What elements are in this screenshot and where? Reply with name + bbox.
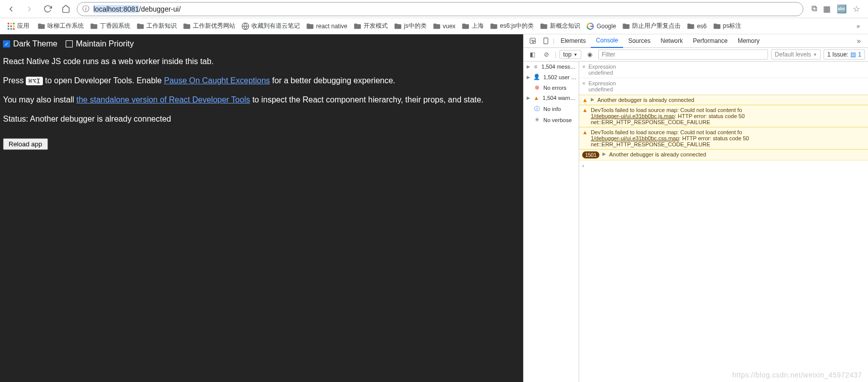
warning-icon: ▲: [582, 97, 588, 103]
console-warning-row: 1501 ▶ Another debugger is already conne…: [579, 149, 868, 160]
sidebar-errors[interactable]: ▶⊗No errors: [524, 82, 579, 93]
svg-point-3: [8, 25, 10, 27]
console-toolbar: ◧ ⊘ | top▼ ◉ Filter Default levels▼ 1 Is…: [524, 48, 868, 62]
live-expression-row: × Expressionundefined: [579, 78, 868, 95]
bookmarks-overflow[interactable]: »: [852, 23, 864, 30]
apps-icon: [7, 22, 15, 30]
devtools-tab-memory[interactable]: Memory: [733, 34, 764, 48]
bookmark-item[interactable]: es6: [684, 20, 709, 32]
url-text: localhost:8081/debugger-ui/: [93, 5, 181, 13]
svg-point-5: [13, 25, 15, 27]
close-icon[interactable]: ×: [582, 64, 585, 76]
svg-point-8: [13, 28, 15, 30]
checkbox-checked-icon: ✓: [3, 40, 10, 47]
tabs-overflow-icon[interactable]: »: [853, 37, 865, 45]
device-icon[interactable]: ⧉: [811, 4, 817, 14]
main-area: ✓Dark Theme Maintain Priority React Nati…: [0, 34, 868, 382]
svg-point-6: [8, 28, 10, 30]
devtools-tab-console[interactable]: Console: [591, 34, 623, 48]
bookmark-item[interactable]: 收藏到有道云笔记: [238, 20, 303, 32]
bookmark-item[interactable]: 防止用户重复点击: [619, 20, 684, 32]
devtools-tabs: | ElementsConsoleSourcesNetworkPerforman…: [524, 34, 868, 48]
console-output: × Expressionundefined × Expressionundefi…: [579, 62, 868, 382]
error-icon: ⊗: [533, 84, 540, 91]
messages-icon: ≡: [533, 64, 538, 70]
forward-button[interactable]: [22, 2, 36, 16]
checkbox-unchecked-icon: [66, 40, 73, 47]
close-icon[interactable]: ×: [582, 80, 585, 92]
bookmark-item[interactable]: vuex: [430, 20, 458, 32]
log-levels-selector[interactable]: Default levels▼: [771, 49, 821, 60]
svg-point-2: [13, 22, 15, 24]
bookmark-item[interactable]: js中的类: [391, 20, 430, 32]
standalone-devtools-link[interactable]: the standalone version of React Develope…: [76, 95, 250, 104]
user-icon: 👤: [533, 74, 540, 80]
apps-shortcut[interactable]: 应用: [4, 20, 32, 32]
options-row: ✓Dark Theme Maintain Priority: [3, 39, 520, 48]
devtools-tab-network[interactable]: Network: [655, 34, 688, 48]
bookmark-item[interactable]: es6:js中的类: [487, 20, 537, 32]
warning-icon: ▲: [582, 129, 588, 135]
bookmark-item[interactable]: 丁香园系统: [87, 20, 133, 32]
svg-rect-12: [544, 38, 548, 44]
devtools-tab-elements[interactable]: Elements: [555, 34, 591, 48]
sourcemap-link[interactable]: 1/debugger-ui/ui.e31bb0bc.js.map: [591, 113, 675, 119]
bookmark-item[interactable]: react native: [303, 20, 350, 32]
sidebar-toggle-icon[interactable]: ◧: [527, 51, 538, 58]
bookmark-item[interactable]: 咏柳工作系统: [34, 20, 87, 32]
dark-theme-toggle[interactable]: ✓Dark Theme: [3, 39, 58, 48]
issues-badge[interactable]: 1 Issue:▤1: [824, 49, 865, 60]
bookmark-item[interactable]: 新概念知识: [537, 20, 583, 32]
svg-point-4: [10, 25, 12, 27]
star-icon[interactable]: ☆: [853, 4, 860, 14]
info-line-2: Press ⌘⌥I to open Developer Tools. Enabl…: [3, 75, 520, 87]
context-selector[interactable]: top▼: [559, 50, 581, 59]
console-warning-row: ▲ ▶ Another debugger is already connecte…: [579, 95, 868, 105]
bookmark-item[interactable]: Google: [583, 20, 619, 32]
bookmark-item[interactable]: 开发模式: [350, 20, 391, 32]
sidebar-user[interactable]: ▶👤1,502 user …: [524, 72, 579, 82]
info-icon: ⓘ: [533, 105, 540, 113]
console-warning-row: ▲ DevTools failed to load source map: Co…: [579, 105, 868, 127]
live-expression-row: × Expressionundefined: [579, 62, 868, 78]
reload-button[interactable]: [40, 2, 55, 16]
sourcemap-link[interactable]: 1/debugger-ui/ui.e31bb0bc.css.map: [591, 135, 679, 141]
sidebar-warnings[interactable]: ▶▲1,504 warn…: [524, 93, 579, 103]
keyboard-shortcut: ⌘⌥I: [26, 77, 42, 85]
device-toggle-icon[interactable]: [540, 37, 552, 44]
maintain-priority-toggle[interactable]: Maintain Priority: [66, 39, 134, 48]
bookmark-item[interactable]: 上海: [458, 20, 487, 32]
status-line: Status: Another debugger is already conn…: [3, 113, 520, 125]
sidebar-messages[interactable]: ▶≡1,504 mess…: [524, 62, 579, 72]
browser-toolbar: ⓘ localhost:8081/debugger-ui/ ⧉ ▦ 🔤 ☆: [0, 0, 868, 18]
devtools-tab-performance[interactable]: Performance: [688, 34, 733, 48]
console-filter-input[interactable]: Filter: [598, 49, 769, 60]
home-button[interactable]: [59, 2, 73, 16]
repeat-count-badge: 1501: [582, 151, 599, 158]
extension-icons: ⧉ ▦ 🔤 ☆: [807, 4, 864, 14]
sidebar-verbose[interactable]: ▶✳No verbose: [524, 115, 579, 125]
sidebar-info[interactable]: ▶ⓘNo info: [524, 103, 579, 115]
back-button[interactable]: [4, 2, 18, 16]
verbose-icon: ✳: [533, 117, 540, 123]
site-info-icon[interactable]: ⓘ: [82, 5, 89, 14]
devtools-tab-sources[interactable]: Sources: [623, 34, 655, 48]
url-bar[interactable]: ⓘ localhost:8081/debugger-ui/: [77, 2, 803, 16]
pause-exceptions-link[interactable]: Pause On Caught Exceptions: [164, 76, 270, 85]
bookmark-item[interactable]: 工作新优秀网站: [180, 20, 238, 32]
inspect-icon[interactable]: [527, 37, 539, 44]
live-expression-icon[interactable]: ◉: [584, 51, 595, 58]
warning-icon: ▲: [582, 107, 588, 113]
bookmark-item[interactable]: 工作新知识: [133, 20, 180, 32]
console-prompt[interactable]: ›: [579, 160, 868, 171]
apps-label: 应用: [17, 22, 29, 30]
console-sidebar: ▶≡1,504 mess… ▶👤1,502 user … ▶⊗No errors…: [524, 62, 579, 382]
clear-console-icon[interactable]: ⊘: [541, 51, 552, 58]
bookmarks-bar: 应用 咏柳工作系统丁香园系统工作新知识工作新优秀网站收藏到有道云笔记react …: [0, 18, 868, 34]
bookmark-item[interactable]: ps标注: [710, 20, 745, 32]
devtools-body: ▶≡1,504 mess… ▶👤1,502 user … ▶⊗No errors…: [524, 62, 868, 382]
reload-app-button[interactable]: Reload app: [3, 138, 48, 150]
devtools-panel: | ElementsConsoleSourcesNetworkPerforman…: [523, 34, 868, 382]
qr-icon[interactable]: ▦: [823, 4, 831, 14]
translate-icon[interactable]: 🔤: [837, 4, 847, 14]
